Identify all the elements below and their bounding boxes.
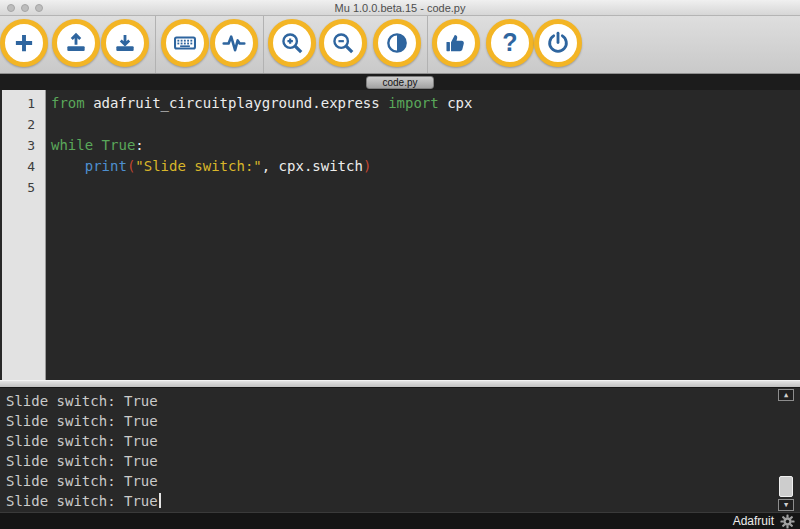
editor-gutter: 12345 [2,90,46,380]
repl-button[interactable] [161,19,209,67]
serial-console[interactable]: Slide switch: TrueSlide switch: TrueSlid… [0,388,800,512]
line-number: 4 [2,156,45,177]
line-number: 3 [2,135,45,156]
code-line: while True: [51,135,800,156]
console-cursor [159,493,161,508]
gear-icon[interactable] [780,514,795,529]
tab-strip: code.py [0,74,800,90]
plus-icon [11,30,37,56]
scroll-up-button[interactable]: ▲ [778,389,794,401]
quit-button[interactable] [534,19,582,67]
download-icon [112,30,138,56]
console-line: Slide switch: True [6,491,800,511]
console-line: Slide switch: True [6,431,800,451]
code-editor: 12345 from adafruit_circuitplayground.ex… [0,90,800,380]
save-button[interactable] [101,19,149,67]
upload-icon [63,30,89,56]
code-line: from adafruit_circuitplayground.express … [51,93,800,114]
thumbs-up-icon [443,30,469,56]
magnifier-plus-icon [279,30,305,56]
magnifier-minus-icon [330,30,356,56]
window-title: Mu 1.0.0.beta.15 - code.py [335,2,466,14]
console-line: Slide switch: True [6,411,800,431]
code-line [51,177,800,198]
mu-editor-window: Mu 1.0.0.beta.15 - code.py [0,0,800,529]
pane-splitter[interactable] [0,380,800,388]
console-line: Slide switch: True [6,391,800,411]
power-icon [545,30,571,56]
zoom-button[interactable] [35,4,43,12]
zoom-in-button[interactable] [268,19,316,67]
toolbar: ? [0,16,800,74]
console-line: Slide switch: True [6,451,800,471]
console-output: Slide switch: TrueSlide switch: TrueSlid… [0,388,800,511]
toolbar-separator [155,16,156,73]
load-button[interactable] [52,19,100,67]
code-line: print("Slide switch:", cpx.switch) [51,156,800,177]
code-line [51,114,800,135]
tab-code-py[interactable]: code.py [366,76,433,89]
question-icon: ? [502,30,517,55]
close-button[interactable] [7,4,15,12]
contrast-icon [384,30,410,56]
check-button[interactable] [432,19,480,67]
serial-button[interactable] [210,19,258,67]
zoom-out-button[interactable] [319,19,367,67]
editor-code[interactable]: from adafruit_circuitplayground.express … [46,90,800,380]
theme-button[interactable] [373,19,421,67]
mode-label: Adafruit [733,514,774,528]
console-line: Slide switch: True [6,471,800,491]
keyboard-icon [172,30,198,56]
help-button[interactable]: ? [486,19,534,67]
scroll-down-button[interactable]: ▼ [778,499,794,511]
line-number: 2 [2,114,45,135]
pulse-icon [221,30,247,56]
toolbar-separator [427,16,428,73]
line-number: 5 [2,177,45,198]
new-button[interactable] [0,19,48,67]
traffic-lights [7,4,43,12]
scrollbar-thumb[interactable] [779,476,793,497]
titlebar: Mu 1.0.0.beta.15 - code.py [0,0,800,16]
minimize-button[interactable] [21,4,29,12]
line-number: 1 [2,93,45,114]
status-bar: Adafruit [0,512,800,529]
toolbar-separator [263,16,264,73]
